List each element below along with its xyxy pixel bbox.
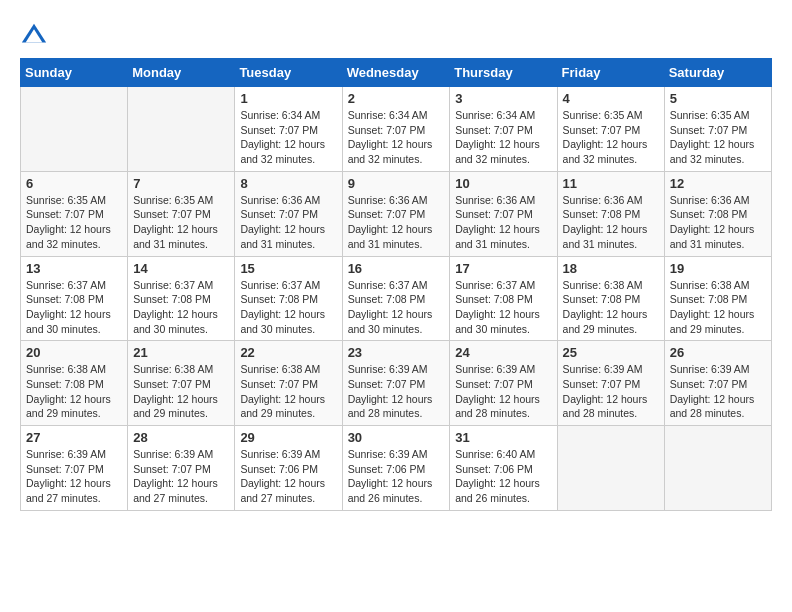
- day-number: 10: [455, 176, 551, 191]
- day-number: 24: [455, 345, 551, 360]
- day-number: 29: [240, 430, 336, 445]
- page-header: [20, 20, 772, 48]
- day-info: Sunrise: 6:38 AM Sunset: 7:07 PM Dayligh…: [240, 362, 336, 421]
- day-info: Sunrise: 6:36 AM Sunset: 7:07 PM Dayligh…: [348, 193, 445, 252]
- day-info: Sunrise: 6:35 AM Sunset: 7:07 PM Dayligh…: [26, 193, 122, 252]
- day-number: 13: [26, 261, 122, 276]
- day-number: 26: [670, 345, 766, 360]
- day-info: Sunrise: 6:38 AM Sunset: 7:07 PM Dayligh…: [133, 362, 229, 421]
- calendar-day-cell: 25Sunrise: 6:39 AM Sunset: 7:07 PM Dayli…: [557, 341, 664, 426]
- calendar-day-cell: 7Sunrise: 6:35 AM Sunset: 7:07 PM Daylig…: [128, 171, 235, 256]
- day-info: Sunrise: 6:35 AM Sunset: 7:07 PM Dayligh…: [133, 193, 229, 252]
- day-number: 3: [455, 91, 551, 106]
- calendar-week-row: 27Sunrise: 6:39 AM Sunset: 7:07 PM Dayli…: [21, 426, 772, 511]
- calendar-day-cell: 5Sunrise: 6:35 AM Sunset: 7:07 PM Daylig…: [664, 87, 771, 172]
- calendar-day-cell: 2Sunrise: 6:34 AM Sunset: 7:07 PM Daylig…: [342, 87, 450, 172]
- day-info: Sunrise: 6:39 AM Sunset: 7:06 PM Dayligh…: [240, 447, 336, 506]
- calendar-day-cell: 3Sunrise: 6:34 AM Sunset: 7:07 PM Daylig…: [450, 87, 557, 172]
- calendar-day-cell: [664, 426, 771, 511]
- day-info: Sunrise: 6:39 AM Sunset: 7:07 PM Dayligh…: [133, 447, 229, 506]
- calendar-day-cell: [128, 87, 235, 172]
- day-number: 11: [563, 176, 659, 191]
- day-info: Sunrise: 6:36 AM Sunset: 7:07 PM Dayligh…: [240, 193, 336, 252]
- day-number: 16: [348, 261, 445, 276]
- day-info: Sunrise: 6:34 AM Sunset: 7:07 PM Dayligh…: [348, 108, 445, 167]
- day-info: Sunrise: 6:39 AM Sunset: 7:07 PM Dayligh…: [455, 362, 551, 421]
- day-number: 15: [240, 261, 336, 276]
- calendar-header-row: SundayMondayTuesdayWednesdayThursdayFrid…: [21, 59, 772, 87]
- day-info: Sunrise: 6:40 AM Sunset: 7:06 PM Dayligh…: [455, 447, 551, 506]
- calendar-day-cell: 27Sunrise: 6:39 AM Sunset: 7:07 PM Dayli…: [21, 426, 128, 511]
- day-number: 8: [240, 176, 336, 191]
- calendar-day-cell: 17Sunrise: 6:37 AM Sunset: 7:08 PM Dayli…: [450, 256, 557, 341]
- day-number: 6: [26, 176, 122, 191]
- calendar-day-cell: [557, 426, 664, 511]
- day-number: 5: [670, 91, 766, 106]
- day-info: Sunrise: 6:39 AM Sunset: 7:06 PM Dayligh…: [348, 447, 445, 506]
- day-info: Sunrise: 6:34 AM Sunset: 7:07 PM Dayligh…: [240, 108, 336, 167]
- day-info: Sunrise: 6:37 AM Sunset: 7:08 PM Dayligh…: [455, 278, 551, 337]
- calendar-day-cell: 13Sunrise: 6:37 AM Sunset: 7:08 PM Dayli…: [21, 256, 128, 341]
- calendar-day-cell: 28Sunrise: 6:39 AM Sunset: 7:07 PM Dayli…: [128, 426, 235, 511]
- day-of-week-header: Friday: [557, 59, 664, 87]
- day-number: 31: [455, 430, 551, 445]
- calendar-week-row: 1Sunrise: 6:34 AM Sunset: 7:07 PM Daylig…: [21, 87, 772, 172]
- day-number: 28: [133, 430, 229, 445]
- calendar-day-cell: 15Sunrise: 6:37 AM Sunset: 7:08 PM Dayli…: [235, 256, 342, 341]
- day-number: 20: [26, 345, 122, 360]
- calendar-day-cell: 18Sunrise: 6:38 AM Sunset: 7:08 PM Dayli…: [557, 256, 664, 341]
- day-of-week-header: Saturday: [664, 59, 771, 87]
- logo-icon: [20, 20, 48, 48]
- logo: [20, 20, 52, 48]
- calendar-day-cell: 4Sunrise: 6:35 AM Sunset: 7:07 PM Daylig…: [557, 87, 664, 172]
- calendar-day-cell: 26Sunrise: 6:39 AM Sunset: 7:07 PM Dayli…: [664, 341, 771, 426]
- calendar-day-cell: 22Sunrise: 6:38 AM Sunset: 7:07 PM Dayli…: [235, 341, 342, 426]
- day-info: Sunrise: 6:39 AM Sunset: 7:07 PM Dayligh…: [348, 362, 445, 421]
- calendar-day-cell: 16Sunrise: 6:37 AM Sunset: 7:08 PM Dayli…: [342, 256, 450, 341]
- day-info: Sunrise: 6:35 AM Sunset: 7:07 PM Dayligh…: [670, 108, 766, 167]
- calendar-day-cell: 14Sunrise: 6:37 AM Sunset: 7:08 PM Dayli…: [128, 256, 235, 341]
- day-info: Sunrise: 6:36 AM Sunset: 7:08 PM Dayligh…: [563, 193, 659, 252]
- day-info: Sunrise: 6:39 AM Sunset: 7:07 PM Dayligh…: [670, 362, 766, 421]
- calendar-week-row: 6Sunrise: 6:35 AM Sunset: 7:07 PM Daylig…: [21, 171, 772, 256]
- day-info: Sunrise: 6:38 AM Sunset: 7:08 PM Dayligh…: [563, 278, 659, 337]
- day-info: Sunrise: 6:39 AM Sunset: 7:07 PM Dayligh…: [26, 447, 122, 506]
- calendar-day-cell: [21, 87, 128, 172]
- calendar-day-cell: 12Sunrise: 6:36 AM Sunset: 7:08 PM Dayli…: [664, 171, 771, 256]
- day-info: Sunrise: 6:37 AM Sunset: 7:08 PM Dayligh…: [26, 278, 122, 337]
- calendar-day-cell: 29Sunrise: 6:39 AM Sunset: 7:06 PM Dayli…: [235, 426, 342, 511]
- day-number: 14: [133, 261, 229, 276]
- day-of-week-header: Thursday: [450, 59, 557, 87]
- day-number: 18: [563, 261, 659, 276]
- day-info: Sunrise: 6:34 AM Sunset: 7:07 PM Dayligh…: [455, 108, 551, 167]
- day-info: Sunrise: 6:35 AM Sunset: 7:07 PM Dayligh…: [563, 108, 659, 167]
- calendar-week-row: 13Sunrise: 6:37 AM Sunset: 7:08 PM Dayli…: [21, 256, 772, 341]
- day-number: 1: [240, 91, 336, 106]
- day-info: Sunrise: 6:36 AM Sunset: 7:07 PM Dayligh…: [455, 193, 551, 252]
- day-of-week-header: Monday: [128, 59, 235, 87]
- calendar-week-row: 20Sunrise: 6:38 AM Sunset: 7:08 PM Dayli…: [21, 341, 772, 426]
- calendar-day-cell: 24Sunrise: 6:39 AM Sunset: 7:07 PM Dayli…: [450, 341, 557, 426]
- calendar-day-cell: 11Sunrise: 6:36 AM Sunset: 7:08 PM Dayli…: [557, 171, 664, 256]
- day-number: 30: [348, 430, 445, 445]
- calendar-table: SundayMondayTuesdayWednesdayThursdayFrid…: [20, 58, 772, 511]
- day-info: Sunrise: 6:38 AM Sunset: 7:08 PM Dayligh…: [670, 278, 766, 337]
- day-number: 22: [240, 345, 336, 360]
- calendar-day-cell: 19Sunrise: 6:38 AM Sunset: 7:08 PM Dayli…: [664, 256, 771, 341]
- day-info: Sunrise: 6:37 AM Sunset: 7:08 PM Dayligh…: [240, 278, 336, 337]
- calendar-day-cell: 31Sunrise: 6:40 AM Sunset: 7:06 PM Dayli…: [450, 426, 557, 511]
- day-number: 7: [133, 176, 229, 191]
- day-number: 4: [563, 91, 659, 106]
- calendar-day-cell: 9Sunrise: 6:36 AM Sunset: 7:07 PM Daylig…: [342, 171, 450, 256]
- calendar-day-cell: 10Sunrise: 6:36 AM Sunset: 7:07 PM Dayli…: [450, 171, 557, 256]
- calendar-day-cell: 8Sunrise: 6:36 AM Sunset: 7:07 PM Daylig…: [235, 171, 342, 256]
- day-number: 19: [670, 261, 766, 276]
- calendar-day-cell: 30Sunrise: 6:39 AM Sunset: 7:06 PM Dayli…: [342, 426, 450, 511]
- calendar-day-cell: 21Sunrise: 6:38 AM Sunset: 7:07 PM Dayli…: [128, 341, 235, 426]
- calendar-day-cell: 23Sunrise: 6:39 AM Sunset: 7:07 PM Dayli…: [342, 341, 450, 426]
- day-number: 2: [348, 91, 445, 106]
- day-info: Sunrise: 6:39 AM Sunset: 7:07 PM Dayligh…: [563, 362, 659, 421]
- day-number: 23: [348, 345, 445, 360]
- day-of-week-header: Wednesday: [342, 59, 450, 87]
- day-number: 12: [670, 176, 766, 191]
